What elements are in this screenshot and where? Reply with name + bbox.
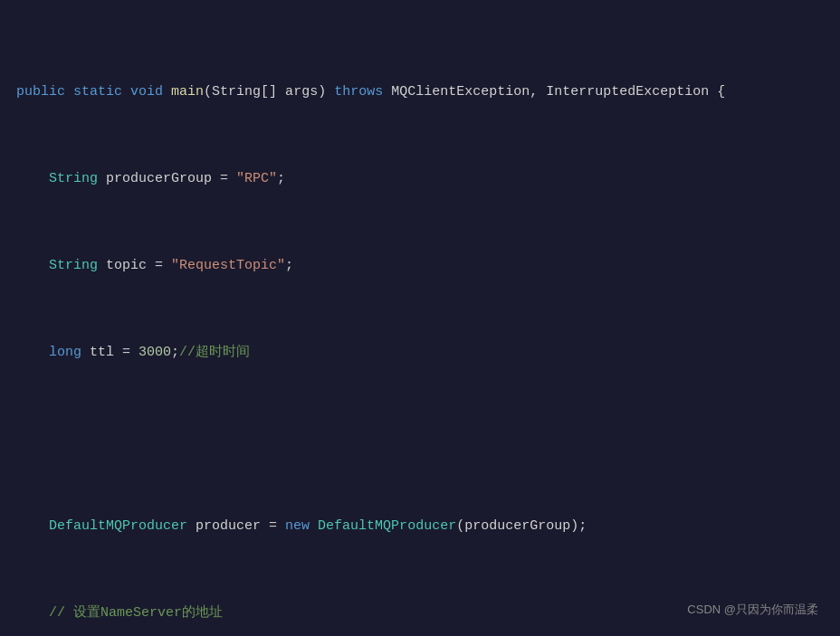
code-line-3: String topic = "RequestTopic"; (16, 255, 818, 277)
watermark: CSDN @只因为你而温柔 (687, 601, 818, 620)
code-block: public static void main(String[] args) t… (16, 16, 818, 636)
code-line-5: DefaultMQProducer producer = new Default… (16, 516, 818, 537)
code-line-1: public static void main(String[] args) t… (16, 81, 818, 103)
code-line-blank-1 (16, 429, 818, 451)
code-line-4: long ttl = 3000;//超时时间 (16, 342, 818, 364)
code-container: public static void main(String[] args) t… (0, 0, 840, 636)
code-line-2: String producerGroup = "RPC"; (16, 168, 818, 190)
